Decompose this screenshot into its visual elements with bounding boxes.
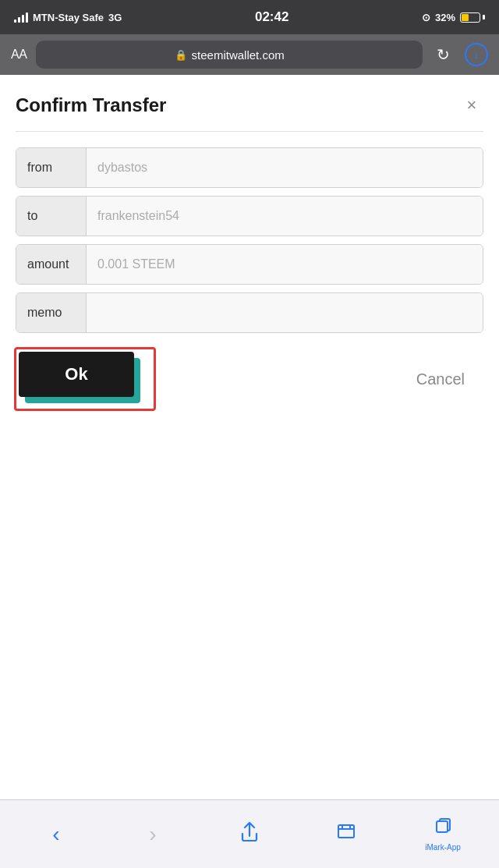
bottom-nav: ‹ › iMark-App xyxy=(0,799,499,868)
download-icon: ↓ xyxy=(474,48,480,61)
tabs-button[interactable]: iMark-App xyxy=(416,817,470,852)
svg-rect-0 xyxy=(338,825,354,838)
ok-wrapper: Ok xyxy=(19,352,151,406)
bar2 xyxy=(18,17,20,23)
download-button[interactable]: ↓ xyxy=(465,43,488,66)
url-text: steemitwallet.com xyxy=(192,48,285,62)
share-icon xyxy=(241,822,258,847)
bookmarks-button[interactable] xyxy=(319,823,373,846)
bar4 xyxy=(26,12,28,23)
from-label: from xyxy=(16,148,87,187)
forward-icon: › xyxy=(149,822,156,847)
close-button[interactable]: × xyxy=(460,94,483,117)
tabs-icon xyxy=(434,817,452,840)
dialog-title: Confirm Transfer xyxy=(16,94,166,116)
tabs-label: iMark-App xyxy=(425,843,461,852)
buttons-row: Ok Cancel xyxy=(16,352,483,406)
status-right: ⊙ 32% xyxy=(422,12,485,23)
forward-button[interactable]: › xyxy=(126,822,180,847)
status-left: MTN-Stay Safe 3G xyxy=(14,12,122,23)
bookmarks-icon xyxy=(337,823,356,846)
status-time: 02:42 xyxy=(255,9,288,25)
from-row: from dybastos xyxy=(16,147,483,188)
status-bar: MTN-Stay Safe 3G 02:42 ⊙ 32% xyxy=(0,0,499,34)
share-button[interactable] xyxy=(222,822,277,847)
reload-icon: ↻ xyxy=(437,45,450,64)
carrier-label: MTN-Stay Safe xyxy=(33,12,104,23)
signal-bars xyxy=(14,12,28,23)
cancel-button[interactable]: Cancel xyxy=(401,361,480,398)
amount-label: amount xyxy=(16,245,87,284)
clock-icon: ⊙ xyxy=(422,12,430,23)
ok-button[interactable]: Ok xyxy=(19,352,134,397)
aa-button[interactable]: AA xyxy=(11,48,27,62)
bar1 xyxy=(14,19,16,23)
reload-button[interactable]: ↻ xyxy=(432,44,454,66)
memo-label: memo xyxy=(16,293,87,332)
network-label: 3G xyxy=(108,12,122,23)
dialog-header: Confirm Transfer × xyxy=(16,94,483,117)
lock-icon: 🔒 xyxy=(175,49,187,61)
close-icon: × xyxy=(467,95,477,115)
svg-rect-1 xyxy=(437,821,448,832)
to-label: to xyxy=(16,197,87,236)
back-icon: ‹ xyxy=(52,822,59,847)
back-button[interactable]: ‹ xyxy=(29,822,83,847)
battery-icon xyxy=(460,12,485,23)
divider xyxy=(16,131,483,132)
amount-value: 0.001 STEEM xyxy=(87,245,483,284)
from-value: dybastos xyxy=(87,148,483,187)
browser-bar: AA 🔒 steemitwallet.com ↻ ↓ xyxy=(0,34,499,75)
memo-row: memo xyxy=(16,292,483,333)
url-bar[interactable]: 🔒 steemitwallet.com xyxy=(36,41,423,69)
content-area: Confirm Transfer × from dybastos to fran… xyxy=(0,75,499,422)
to-value: frankenstein54 xyxy=(87,197,483,236)
memo-value xyxy=(87,293,483,332)
amount-row: amount 0.001 STEEM xyxy=(16,244,483,285)
browser-icons: ↻ ↓ xyxy=(432,43,488,66)
battery-percent: 32% xyxy=(435,12,455,23)
bar3 xyxy=(22,15,24,23)
to-row: to frankenstein54 xyxy=(16,196,483,236)
